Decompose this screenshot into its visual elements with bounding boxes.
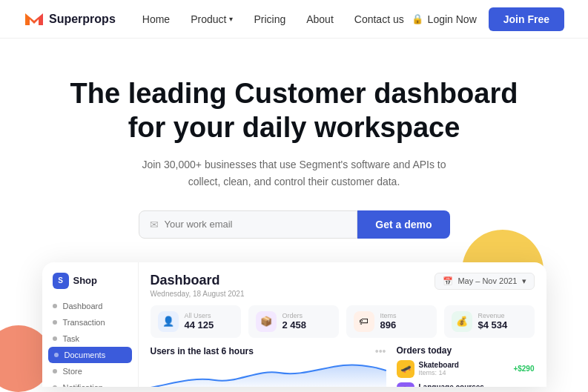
stat-label: Revenue [478, 312, 508, 319]
dot-icon [53, 320, 57, 325]
stat-cards: 👤 All Users 44 125 📦 Orders 2 458 🏷 [151, 305, 535, 338]
stat-card-items: 🏷 Items 896 [346, 305, 437, 338]
order-avatar: 📚 [397, 382, 414, 387]
sidebar-item-notification[interactable]: Notification [42, 379, 138, 387]
stat-card-revenue: 💰 Revenue $4 534 [444, 305, 535, 338]
hero-title: The leading Customer dashboard for your … [15, 77, 573, 144]
stat-label: All Users [185, 312, 214, 319]
dot-icon [53, 336, 57, 341]
lock-icon: 🔒 [412, 13, 423, 24]
section-header: Users in the last 6 hours ••• [151, 345, 386, 357]
nav-actions: 🔒 Login Now Join Free [412, 7, 564, 31]
calendar-icon: 📅 [443, 276, 453, 286]
dash-date: Wednesday, 18 August 2021 [151, 290, 245, 298]
svg-text:🛹: 🛹 [400, 363, 411, 374]
stat-value: $4 534 [478, 319, 508, 330]
sidebar-item-transaction[interactable]: Transaction [42, 314, 138, 330]
email-input[interactable] [165, 219, 347, 230]
navbar: Superprops Home Product ▾ Pricing About … [0, 0, 588, 39]
order-item-2: 📚 Language courses Items: 14 +$72 [397, 382, 535, 387]
dot-icon [53, 385, 57, 387]
nav-contact[interactable]: Contact us [354, 13, 404, 25]
card-lower: Users in the last 6 hours ••• [151, 345, 535, 387]
hero-section: The leading Customer dashboard for your … [0, 39, 588, 262]
chevron-down-icon: ▾ [229, 15, 233, 23]
orders-section: Orders today 🛹 Skateboard Items: 14 +$29… [386, 345, 535, 387]
stat-card-users: 👤 All Users 44 125 [151, 305, 241, 338]
stat-label: Orders [283, 312, 307, 319]
svg-marker-1 [25, 13, 43, 25]
stat-value: 896 [380, 319, 397, 330]
sidebar-item-store[interactable]: Store [42, 363, 138, 379]
stat-value: 2 458 [283, 319, 307, 330]
dash-title: Dashboard [151, 273, 245, 288]
logo-label: Superprops [49, 13, 116, 26]
sidebar-logo-text: Shop [73, 275, 98, 286]
orders-title: Orders today [397, 345, 535, 356]
mini-chart [151, 362, 386, 387]
sidebar-item-documents[interactable]: Documents [48, 347, 132, 363]
card-sidebar: S Shop Dashboard Transaction Task Docume… [42, 262, 139, 387]
order-item-1: 🛹 Skateboard Items: 14 +$290 [397, 360, 535, 378]
order-avatar: 🛹 [397, 360, 414, 378]
more-options-icon[interactable]: ••• [375, 345, 386, 357]
dash-title-group: Dashboard Wednesday, 18 August 2021 [151, 273, 245, 298]
order-items: Items: 14 [419, 369, 509, 376]
revenue-icon: 💰 [452, 311, 472, 332]
stat-label: Items [380, 312, 397, 319]
sidebar-logo-icon: S [53, 273, 69, 289]
sidebar-logo: S Shop [42, 273, 138, 298]
stat-card-orders: 📦 Orders 2 458 [248, 305, 339, 338]
items-icon: 🏷 [354, 311, 374, 332]
orders-icon: 📦 [256, 311, 277, 332]
chevron-down-icon: ▾ [522, 276, 526, 286]
login-button[interactable]: 🔒 Login Now [412, 13, 477, 25]
hero-cta: ✉ Get a demo [139, 210, 450, 239]
nav-pricing[interactable]: Pricing [254, 13, 285, 25]
users-section-title: Users in the last 6 hours [151, 346, 254, 356]
hero-subtitle: Join 30,000+ businesses that use Segment… [15, 156, 573, 190]
email-icon: ✉ [150, 219, 159, 230]
dot-icon [53, 304, 57, 308]
dot-icon [54, 353, 59, 357]
users-section: Users in the last 6 hours ••• [151, 345, 386, 387]
dot-icon [53, 369, 57, 373]
users-chart [151, 362, 386, 387]
join-button[interactable]: Join Free [489, 7, 564, 31]
nav-home[interactable]: Home [142, 13, 170, 25]
logo-icon [24, 9, 44, 30]
dash-header: Dashboard Wednesday, 18 August 2021 📅 Ma… [151, 273, 535, 298]
order-amount: +$290 [513, 365, 534, 373]
nav-product[interactable]: Product ▾ [191, 13, 233, 25]
order-name: Language courses [419, 383, 513, 387]
logo[interactable]: Superprops [24, 9, 116, 30]
users-icon: 👤 [158, 311, 179, 332]
svg-text:📚: 📚 [400, 385, 411, 387]
demo-button[interactable]: Get a demo [357, 210, 449, 239]
date-selector[interactable]: 📅 May – Nov 2021 ▾ [435, 273, 534, 290]
email-input-wrap: ✉ [139, 210, 358, 239]
order-name: Skateboard [419, 361, 509, 369]
stat-value: 44 125 [185, 319, 214, 330]
nav-links: Home Product ▾ Pricing About Contact us [142, 13, 412, 25]
card-main: Dashboard Wednesday, 18 August 2021 📅 Ma… [139, 262, 546, 387]
nav-about[interactable]: About [306, 13, 334, 25]
sidebar-item-dashboard[interactable]: Dashboard [42, 298, 138, 314]
sidebar-item-task[interactable]: Task [42, 330, 138, 347]
dashboard-card: S Shop Dashboard Transaction Task Docume… [42, 262, 546, 387]
